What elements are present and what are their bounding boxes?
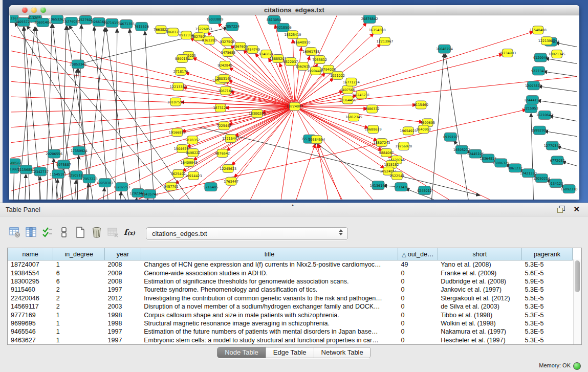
edge[interactable] (293, 39, 295, 106)
table-cell[interactable]: 0 (398, 327, 438, 336)
table-cell[interactable]: Stergiakouli et al. (2012) (438, 294, 521, 302)
edge[interactable] (103, 187, 104, 200)
table-row[interactable]: 946554611997Estimation of the future num… (8, 327, 573, 336)
table-cell[interactable]: 9463627 (8, 336, 53, 344)
table-cell[interactable]: 1 (53, 260, 105, 269)
table-cell[interactable]: 5.3E-5 (522, 302, 573, 311)
table-cell[interactable]: 0 (398, 311, 438, 319)
edge[interactable] (295, 105, 417, 106)
table-row[interactable]: 1456911722003Disruption of a novel membe… (8, 302, 573, 311)
edge[interactable] (295, 106, 342, 200)
table-cell[interactable]: de Silva et al. (2003) (438, 302, 521, 311)
table-cell[interactable]: Dudbridge et al. (2008) (438, 277, 521, 286)
column-header-title[interactable]: title (141, 248, 398, 260)
column-header-short[interactable]: short (438, 248, 521, 260)
table-cell[interactable]: 1 (53, 327, 105, 336)
table-row[interactable]: 946362711997Embryonic stem cells: a mode… (8, 336, 573, 344)
table-options-button[interactable] (7, 225, 23, 240)
edge[interactable] (445, 53, 468, 200)
table-cell[interactable]: 2008 (105, 260, 141, 269)
edge[interactable] (116, 29, 117, 200)
table-cell[interactable]: Structural magnetic resonance image aver… (141, 319, 398, 327)
table-cell[interactable]: Jankovic et al. (1997) (438, 286, 521, 294)
float-panel-button[interactable] (557, 206, 565, 213)
edge[interactable] (295, 54, 503, 106)
edge[interactable] (549, 116, 577, 121)
close-panel-button[interactable]: ✕ (573, 205, 580, 214)
table-cell[interactable]: Estimation of the future numbers of pati… (141, 327, 398, 336)
edge[interactable] (86, 28, 105, 200)
table-row[interactable]: 1872400712008Changes of HCN gene express… (8, 260, 573, 269)
edge[interactable] (544, 131, 577, 137)
table-cell[interactable]: 0 (398, 286, 438, 294)
column-header-name[interactable]: name (8, 248, 53, 260)
table-cell[interactable]: 9699695 (8, 319, 53, 327)
table-cell[interactable]: Hescheler et al. (1997) (438, 336, 521, 344)
table-scrollbar[interactable] (573, 259, 581, 344)
table-cell[interactable]: 5.9E-5 (522, 277, 573, 286)
tab-node-table[interactable]: Node Table (217, 347, 266, 358)
table-cell[interactable]: 1 (53, 311, 105, 319)
edge[interactable] (432, 54, 444, 200)
table-cell[interactable]: 5.6E-5 (522, 269, 573, 277)
show-column-button[interactable] (24, 225, 39, 240)
column-header-out_degree[interactable]: △out_de… (398, 248, 438, 260)
table-cell[interactable]: 2009 (105, 269, 141, 277)
edge[interactable] (313, 142, 378, 185)
edge[interactable] (129, 29, 141, 200)
table-cell[interactable]: 1998 (105, 319, 141, 327)
edge[interactable] (60, 69, 78, 200)
table-cell[interactable]: Genome-wide association studies in ADHD. (141, 269, 398, 277)
edge[interactable] (545, 58, 577, 63)
edge[interactable] (317, 144, 328, 200)
table-cell[interactable]: 1997 (105, 327, 141, 336)
edge[interactable] (120, 191, 121, 200)
table-cell[interactable]: 0 (398, 294, 438, 302)
table-cell[interactable]: 22420046 (8, 294, 53, 302)
table-cell[interactable]: 5.3E-5 (522, 327, 573, 336)
table-cell[interactable]: 14569117 (8, 302, 53, 311)
function-builder-button[interactable]: f(x) (122, 225, 137, 240)
table-cell[interactable]: Investigating the contribution of common… (141, 294, 398, 302)
table-row[interactable]: 977716911998Corpus callosum shape and si… (8, 311, 573, 319)
table-cell[interactable]: Corpus callosum shape and size in male p… (141, 311, 398, 319)
table-cell[interactable]: 2003 (105, 302, 141, 311)
table-cell[interactable]: Franke et al. (2009) (438, 269, 521, 277)
table-cell[interactable]: 2 (53, 294, 105, 302)
table-cell[interactable]: 49 (398, 260, 438, 269)
toggle-view-button[interactable] (56, 225, 72, 240)
edge[interactable] (537, 100, 577, 106)
table-cell[interactable]: 0 (398, 277, 438, 286)
table-cell[interactable]: 1997 (105, 286, 141, 294)
table-cell[interactable]: 6 (53, 277, 105, 286)
table-row[interactable]: 969969511998Structural magnetic resonanc… (8, 319, 573, 327)
table-cell[interactable]: Tibbo et al. (1998) (438, 311, 521, 319)
edge[interactable] (295, 47, 301, 106)
table-row[interactable]: 2242004622012Investigating the contribut… (8, 294, 573, 302)
table-row[interactable]: 1830029562008Estimation of significance … (8, 277, 573, 286)
column-header-pagerank[interactable]: pagerank (522, 248, 573, 260)
table-cell[interactable]: 5.3E-5 (522, 286, 573, 294)
table-cell[interactable]: 5.3E-5 (522, 336, 573, 344)
destroy-table-button[interactable] (105, 225, 121, 240)
table-cell[interactable]: 5.5E-5 (522, 294, 573, 302)
table-cell[interactable]: 0 (398, 302, 438, 311)
edge[interactable] (538, 86, 577, 92)
edge[interactable] (11, 81, 295, 106)
table-cell[interactable]: 18724007 (8, 260, 53, 269)
memory-status-icon[interactable] (573, 362, 581, 370)
table-cell[interactable]: 9115460 (8, 286, 53, 294)
network-canvas-svg[interactable]: 2043163414055724813205420691406106532671… (10, 15, 579, 200)
tab-network-table[interactable]: Network Table (314, 347, 371, 358)
splitter-handle-icon[interactable]: ▴ (292, 203, 294, 207)
delete-table-button[interactable] (89, 225, 104, 240)
column-header-year[interactable]: year (105, 248, 141, 260)
edge[interactable] (225, 81, 295, 106)
table-cell[interactable]: 5.3E-5 (522, 260, 573, 269)
table-cell[interactable]: 5.3E-5 (522, 311, 573, 319)
table-row[interactable]: 911546021997Tourette syndrome. Phenomeno… (8, 286, 573, 294)
table-cell[interactable]: Nakamura et al. (1997) (438, 327, 521, 336)
table-row[interactable]: 1938455462009Genome-wide association stu… (8, 269, 573, 277)
table-cell[interactable]: Disruption of a novel member of a sodium… (141, 302, 398, 311)
column-header-in_degree[interactable]: in_degree (53, 248, 105, 260)
